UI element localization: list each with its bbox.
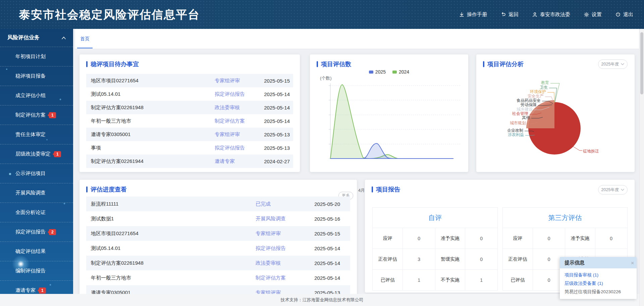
settings-label: 设置 [592, 11, 602, 18]
list-item[interactable]: 邀请专家0305001 专家组评审 2025-05-13 [86, 128, 293, 141]
year-select[interactable]: 2025年度 [598, 185, 628, 194]
list-item[interactable]: 事项 拟定评估报告 2025-05-13 [86, 141, 293, 155]
legend-item[interactable]: 2024 [392, 69, 409, 75]
legend-swatch [392, 71, 397, 74]
stat-label: 已评估 [503, 269, 533, 290]
row-date: 2025-05-14 [314, 241, 340, 256]
list-item[interactable]: 地区市项目02271654 专家组评审 2025-05-15 [86, 226, 350, 241]
legend-label: 2024 [399, 69, 409, 75]
year-select[interactable]: 2025年度 [598, 59, 628, 69]
project-name: 地区市项目02271654 [91, 74, 139, 87]
stage-link[interactable]: 已完成 [256, 196, 271, 211]
chart-card-title: 项目评估数 [321, 60, 351, 68]
toast-header: 提示信息 × [560, 257, 637, 268]
logout-button[interactable]: 退出 [615, 11, 633, 18]
count-badge: 1 [49, 112, 56, 118]
sidebar-item-label: 编制评估报告 [15, 268, 46, 274]
user-name: 泰安市政法委 [540, 11, 570, 18]
list-item[interactable]: 年初一般三方地市 制定评估方案 2025-05-14 [86, 114, 293, 128]
pie-chart [483, 75, 628, 169]
user-icon [532, 12, 538, 17]
scrollbar-thumb[interactable] [640, 32, 643, 94]
legend-item[interactable]: 2025 [369, 69, 386, 75]
stage-link[interactable]: 专家组评审 [215, 128, 240, 141]
sidebar-item-label: 层级政法委审定 [15, 151, 51, 157]
app-window: 泰安市社会稳定风险评估信息平台 操作手册 返回 泰安市政法委 设置 退出 [0, 0, 644, 306]
stat-label: 暂缓实施 [435, 249, 465, 269]
year-select-value: 2025年度 [601, 61, 619, 67]
list-item[interactable]: 制定评估方案02261948 政法委审核 2025-05-14 [86, 256, 350, 270]
chevron-up-icon [62, 37, 66, 39]
stage-link[interactable]: 开展风险调查 [256, 211, 286, 226]
stage-link[interactable]: 拟定评估报告 [215, 87, 245, 101]
sidebar-item[interactable]: 公示评估项目 [0, 164, 73, 183]
title-accent-bar [372, 186, 373, 192]
project-name: 制定评估方案02261944 [91, 155, 144, 168]
stage-link[interactable]: 邀请专家 [215, 155, 235, 168]
progress-card: 评估进度查看 更多 新流程11111 已完成 2025-05-20 测试数据1 … [79, 180, 357, 306]
sidebar-item[interactable]: 制定评估方案 1 [0, 105, 73, 125]
pie-card-title: 项目评估分析 [487, 60, 524, 68]
stat-label: 正在评估 [373, 249, 402, 269]
row-date: 2025-05-16 [314, 211, 340, 226]
toast-item[interactable]: 层级政法委备案 (1) [565, 279, 632, 288]
sidebar-item[interactable]: 层级政法委审定 1 [0, 144, 73, 164]
sidebar-item[interactable]: 确定评估结果 [0, 242, 73, 261]
list-item[interactable]: 地区市项目02271654 专家组评审 2025-05-15 [86, 74, 293, 87]
sidebar-item[interactable]: 全面分析论证 [0, 203, 73, 222]
toast-item[interactable]: 简易过往项目报备20230226 [565, 288, 632, 296]
sidebar-group-label: 风险评估业务 [7, 34, 40, 41]
manual-button[interactable]: 操作手册 [459, 11, 487, 18]
stage-link[interactable]: 制定评估方案 [256, 270, 286, 285]
project-name: 邀请专家0305001 [91, 128, 130, 141]
project-name: 新流程11111 [91, 196, 118, 211]
legend-label: 2025 [375, 69, 386, 75]
back-button[interactable]: 返回 [500, 11, 519, 18]
stat-label: 已评估 [373, 269, 402, 290]
sidebar-item[interactable]: 责任主体审定 [0, 125, 73, 144]
sidebar-item[interactable]: 成立评估小组 [0, 86, 73, 105]
self-assessment-table: 自评 应评 0 准予实施 0 正在评估 3 暂缓实施 0 [372, 207, 498, 291]
user-menu[interactable]: 泰安市政法委 [532, 11, 570, 18]
tab-bar: 首页 [75, 29, 639, 49]
sidebar-item[interactable]: 开展风险调查 [0, 183, 73, 203]
sidebar-item[interactable]: 年初项目计划 [0, 47, 73, 66]
project-name: 年初一般三方地市 [91, 114, 131, 128]
sidebar-item[interactable]: 稳评项目报备 [0, 66, 73, 86]
sidebar: 风险评估业务 年初项目计划 稳评项目报备 成立评估小组 [0, 29, 73, 294]
project-name: 年初一般三方地市 [91, 270, 131, 285]
row-date: 2025-05-14 [264, 87, 290, 101]
download-icon [459, 12, 465, 17]
row-date: 2025-05-13 [264, 141, 290, 155]
stage-link[interactable]: 专家组评审 [256, 226, 281, 241]
close-icon[interactable]: × [631, 260, 634, 265]
list-item[interactable]: 制定评估方案02261944 邀请专家 2024-02-27 [86, 155, 293, 168]
tab-home[interactable]: 首页 [75, 29, 95, 48]
stage-link[interactable]: 拟定评估报告 [256, 241, 286, 256]
stage-link[interactable]: 拟定评估报告 [215, 141, 245, 155]
settings-button[interactable]: 设置 [584, 11, 602, 18]
page-footer: 技术支持：江苏海盟金网信息技术有限公司 [0, 294, 644, 306]
toast-item[interactable]: 项目报备审核 (1) [565, 271, 632, 279]
sidebar-group-risk-assessment[interactable]: 风险评估业务 [0, 29, 73, 47]
stat-value: 0 [595, 228, 627, 249]
stage-link[interactable]: 专家组评审 [215, 74, 240, 87]
scrollbar-track[interactable] [639, 29, 644, 306]
table-body: 应评 0 准予实施 0 正在评估 3 暂缓实施 0 已评估 [373, 228, 497, 290]
list-item[interactable]: 新流程11111 已完成 2025-05-20 [86, 196, 350, 211]
stage-link[interactable]: 制定评估方案 [215, 114, 245, 128]
progress-card-header: 评估进度查看 [79, 180, 357, 193]
stage-link[interactable]: 政法委审核 [256, 256, 281, 270]
sidebar-item[interactable]: 邀请专家 1 [0, 280, 73, 294]
list-item[interactable]: 制定评估方案02261948 政法委审核 2025-05-14 [86, 101, 293, 114]
sidebar-item[interactable]: 编制评估报告 [0, 261, 73, 280]
list-item[interactable]: 测试05.14.01 拟定评估报告 2025-05-14 [86, 241, 350, 256]
stage-link[interactable]: 政法委审核 [215, 101, 240, 114]
list-item[interactable]: 测试05.14.01 拟定评估报告 2025-05-14 [86, 87, 293, 101]
list-item[interactable]: 测试数据1 开展风险调查 2025-05-16 [86, 211, 350, 226]
count-badge: 1 [39, 288, 46, 294]
stat-value: 1 [402, 269, 435, 290]
project-name: 制定评估方案02261948 [91, 101, 144, 114]
list-item[interactable]: 年初一般三方地市 制定评估方案 2025-05-14 [86, 270, 350, 285]
sidebar-item[interactable]: 拟定评估报告 2 [0, 222, 73, 242]
